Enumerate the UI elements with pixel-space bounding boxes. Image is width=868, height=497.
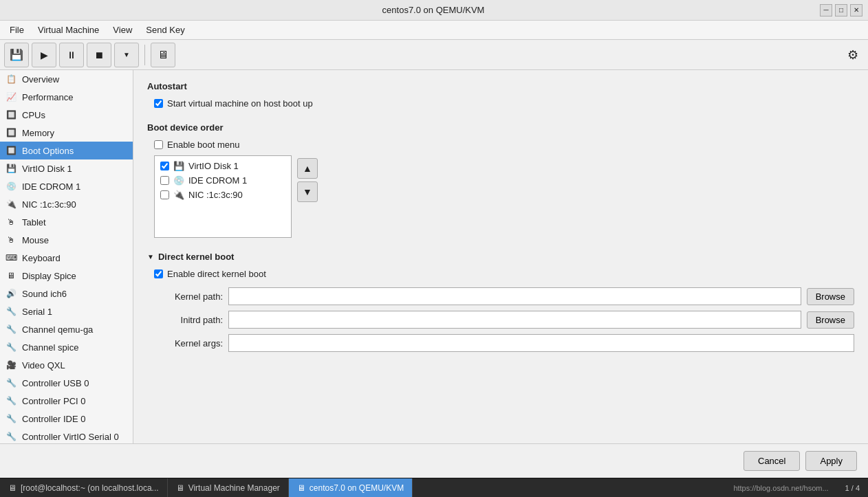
sidebar-item-mouse[interactable]: 🖱 Mouse bbox=[0, 231, 133, 249]
kernel-path-browse-button[interactable]: Browse bbox=[807, 288, 854, 305]
close-button[interactable]: ✕ bbox=[850, 4, 862, 16]
channel-qemu-icon: 🔧 bbox=[6, 324, 17, 335]
sidebar-item-performance[interactable]: 📈 Performance bbox=[0, 88, 133, 106]
sidebar-item-label-controller-ide: Controller IDE 0 bbox=[22, 414, 85, 424]
sidebar-item-label-memory: Memory bbox=[22, 128, 54, 138]
sidebar-item-tablet[interactable]: 🖱 Tablet bbox=[0, 213, 133, 231]
boot-options-icon: 🔲 bbox=[6, 145, 17, 156]
boot-item-virtio-disk: 💾 VirtIO Disk 1 bbox=[158, 159, 288, 173]
sidebar-item-memory[interactable]: 🔲 Memory bbox=[0, 124, 133, 142]
sidebar-item-channel-spice[interactable]: 🔧 Channel spice bbox=[0, 338, 133, 356]
stop-button[interactable]: ⏹ bbox=[87, 43, 111, 67]
sidebar-item-display-spice[interactable]: 🖥 Display Spice bbox=[0, 267, 133, 285]
collapse-arrow-icon: ▼ bbox=[147, 253, 154, 261]
taskbar-virt-manager[interactable]: 🖥 Virtual Machine Manager bbox=[168, 478, 289, 497]
initrd-path-browse-button[interactable]: Browse bbox=[807, 311, 854, 329]
sidebar-item-keyboard[interactable]: ⌨ Keyboard bbox=[0, 249, 133, 267]
boot-order-container: 💾 VirtIO Disk 1 💿 IDE CDROM 1 🔌 NIC :1c:… bbox=[154, 155, 854, 238]
sidebar-item-virtio-disk[interactable]: 💾 VirtIO Disk 1 bbox=[0, 159, 133, 177]
boot-arrows: ▲ ▼ bbox=[297, 155, 318, 238]
main-area: 📋 Overview 📈 Performance 🔲 CPUs 🔲 Memory… bbox=[0, 70, 868, 443]
kernel-args-input[interactable] bbox=[228, 334, 854, 352]
sidebar-item-label-display-spice: Display Spice bbox=[22, 271, 76, 281]
fullscreen-button[interactable]: 🖥 bbox=[151, 43, 175, 67]
cancel-button[interactable]: Cancel bbox=[744, 451, 800, 471]
menu-file[interactable]: File bbox=[3, 22, 31, 38]
sidebar-item-nic[interactable]: 🔌 NIC :1c:3c:90 bbox=[0, 195, 133, 213]
controller-pci-icon: 🔧 bbox=[6, 395, 17, 406]
virtio-disk-icon: 💾 bbox=[6, 163, 17, 174]
save-button[interactable]: 💾 bbox=[4, 43, 29, 67]
initrd-path-label: Initrd path: bbox=[154, 315, 223, 325]
boot-item-virtio-checkbox[interactable] bbox=[160, 162, 169, 170]
sidebar-item-controller-ide[interactable]: 🔧 Controller IDE 0 bbox=[0, 410, 133, 428]
sidebar-item-label-sound: Sound ich6 bbox=[22, 289, 67, 299]
autostart-title: Autostart bbox=[147, 81, 854, 91]
autostart-section: Autostart Start virtual machine on host … bbox=[147, 81, 854, 109]
sidebar-item-controller-virtio-serial[interactable]: 🔧 Controller VirtIO Serial 0 bbox=[0, 428, 133, 443]
taskbar-vm[interactable]: 🖥 centos7.0 on QEMU/KVM bbox=[289, 478, 413, 497]
sidebar-item-overview[interactable]: 📋 Overview bbox=[0, 70, 133, 88]
settings-icon[interactable]: ⚙ bbox=[842, 44, 864, 66]
boot-item-ide-checkbox[interactable] bbox=[160, 176, 169, 185]
menu-send-key[interactable]: Send Key bbox=[139, 22, 191, 38]
autostart-checkbox[interactable] bbox=[154, 99, 163, 108]
sidebar-item-label-video-qxl: Video QXL bbox=[22, 360, 65, 371]
sidebar-item-boot-options[interactable]: 🔲 Boot Options bbox=[0, 142, 133, 159]
taskbar-pages: 1 / 4 bbox=[837, 484, 868, 492]
taskbar-url: https://blog.osdn.net/hsom... bbox=[725, 484, 836, 492]
boot-up-button[interactable]: ▲ bbox=[297, 158, 318, 179]
boot-device-order-section: Boot device order Enable boot menu 💾 Vir… bbox=[147, 122, 854, 238]
toolbar-separator bbox=[144, 45, 145, 65]
sidebar-item-label-controller-virtio-serial: Controller VirtIO Serial 0 bbox=[22, 432, 119, 442]
menu-view[interactable]: View bbox=[106, 22, 139, 38]
sidebar-item-controller-pci[interactable]: 🔧 Controller PCI 0 bbox=[0, 392, 133, 410]
sidebar-item-label-boot-options: Boot Options bbox=[22, 146, 74, 156]
sound-icon: 🔊 bbox=[6, 288, 17, 299]
sidebar-item-label-nic: NIC :1c:3c:90 bbox=[22, 199, 76, 210]
boot-item-nic-icon: 🔌 bbox=[173, 190, 184, 200]
sidebar-item-sound-ich6[interactable]: 🔊 Sound ich6 bbox=[0, 285, 133, 302]
direct-kernel-boot-body: Enable direct kernel boot Kernel path: B… bbox=[154, 269, 854, 352]
taskbar-terminal[interactable]: 🖥 [root@localhost:~ (on localhost.loca..… bbox=[0, 478, 168, 497]
performance-icon: 📈 bbox=[6, 91, 17, 102]
sidebar-item-ide-cdrom[interactable]: 💿 IDE CDROM 1 bbox=[0, 177, 133, 195]
initrd-path-row: Initrd path: Browse bbox=[154, 311, 854, 329]
enable-boot-menu-checkbox[interactable] bbox=[154, 140, 163, 149]
sidebar-item-label-overview: Overview bbox=[22, 74, 59, 85]
boot-item-virtio-icon: 💾 bbox=[173, 161, 184, 171]
direct-kernel-boot-header[interactable]: ▼ Direct kernel boot bbox=[147, 252, 854, 262]
sidebar-item-label-performance: Performance bbox=[22, 92, 73, 102]
initrd-path-input[interactable] bbox=[228, 311, 801, 329]
sidebar-item-video-qxl[interactable]: 🎥 Video QXL bbox=[0, 356, 133, 374]
sidebar-item-serial-1[interactable]: 🔧 Serial 1 bbox=[0, 302, 133, 320]
sidebar-item-label-cpus: CPUs bbox=[22, 110, 45, 120]
overview-icon: 📋 bbox=[6, 74, 17, 85]
apply-button[interactable]: Apply bbox=[805, 451, 857, 471]
boot-item-nic-checkbox[interactable] bbox=[160, 190, 169, 199]
boot-item-ide-label: IDE CDROM 1 bbox=[188, 175, 247, 186]
sidebar-item-channel-qemu[interactable]: 🔧 Channel qemu-ga bbox=[0, 320, 133, 338]
play-button[interactable]: ▶ bbox=[32, 43, 56, 67]
keyboard-icon: ⌨ bbox=[6, 252, 17, 263]
kernel-path-input[interactable] bbox=[228, 287, 801, 305]
autostart-label: Start virtual machine on host boot up bbox=[167, 98, 313, 109]
stop-dropdown-button[interactable]: ▼ bbox=[114, 43, 139, 67]
bottom-bar: Cancel Apply bbox=[0, 443, 868, 478]
channel-spice-icon: 🔧 bbox=[6, 342, 17, 353]
kernel-args-row: Kernel args: bbox=[154, 334, 854, 352]
sidebar-item-controller-usb[interactable]: 🔧 Controller USB 0 bbox=[0, 374, 133, 392]
sidebar-item-label-mouse: Mouse bbox=[22, 235, 49, 245]
content-panel: Autostart Start virtual machine on host … bbox=[133, 70, 868, 443]
menu-virtual-machine[interactable]: Virtual Machine bbox=[31, 22, 106, 38]
sidebar-item-cpus[interactable]: 🔲 CPUs bbox=[0, 106, 133, 124]
boot-down-button[interactable]: ▼ bbox=[297, 181, 318, 202]
controller-usb-icon: 🔧 bbox=[6, 377, 17, 388]
pause-button[interactable]: ⏸ bbox=[59, 43, 84, 67]
mouse-icon: 🖱 bbox=[6, 234, 17, 245]
minimize-button[interactable]: ─ bbox=[820, 4, 832, 16]
autostart-checkbox-row: Start virtual machine on host boot up bbox=[154, 98, 854, 109]
enable-direct-boot-checkbox[interactable] bbox=[154, 269, 163, 278]
boot-item-ide-cdrom: 💿 IDE CDROM 1 bbox=[158, 173, 288, 188]
restore-button[interactable]: □ bbox=[835, 4, 847, 16]
